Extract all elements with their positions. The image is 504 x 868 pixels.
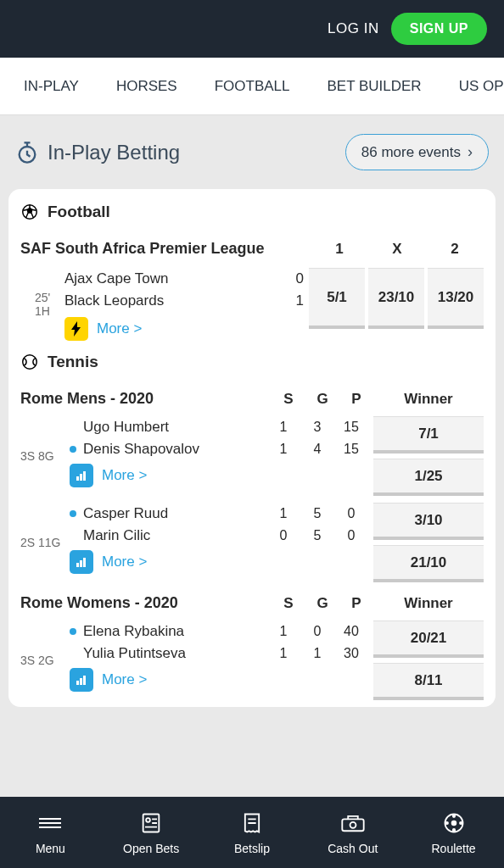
serve-dot-icon	[70, 510, 76, 517]
player-1-0-1: Elena Rybakina 1 0 40	[70, 620, 368, 643]
betslip-icon	[238, 810, 266, 837]
col-p: P	[339, 391, 373, 408]
p2-s: 1	[266, 442, 300, 457]
winner-p2[interactable]: 1/25	[373, 459, 484, 496]
topbar: LOG IN SIGN UP	[0, 0, 504, 58]
player-0-0-2: Denis Shapovalov 1 4 15	[70, 438, 368, 460]
main-tabs: IN-PLAY HORSES FOOTBALL BET BUILDER US O…	[0, 58, 504, 115]
winner-col-1-0: 20/21 8/11	[373, 620, 484, 700]
odds-2[interactable]: 13/20	[428, 268, 484, 329]
svg-rect-15	[342, 819, 363, 831]
team2-name: Black Leopards	[64, 292, 164, 309]
player1-name: Elena Rybakina	[83, 623, 266, 640]
tennis-time-0-1: 2S 11G	[20, 503, 70, 582]
winner-col-0-0: 7/1 1/25	[373, 416, 484, 496]
svg-point-3	[23, 355, 37, 370]
more-link[interactable]: More >	[102, 554, 147, 570]
nav-menu-label: Menu	[36, 842, 65, 855]
football-icon	[20, 203, 39, 221]
team-row-2: Black Leopards 1	[64, 290, 304, 312]
tennis-league-1: Rome Womens - 2020	[20, 594, 272, 612]
football-header: Football	[17, 203, 487, 231]
tab-us-open[interactable]: US OP	[440, 78, 504, 95]
p1-sgp: 1 0 40	[266, 624, 368, 639]
team1-score: 0	[283, 270, 304, 287]
stats-icon[interactable]	[70, 550, 93, 574]
match-time: 25' 1H	[20, 268, 64, 341]
svg-marker-2	[27, 208, 32, 213]
col-p: P	[339, 595, 373, 612]
svg-point-19	[452, 815, 454, 817]
p2-sgp: 0 5 0	[266, 528, 368, 543]
nav-openbets-label: Open Bets	[123, 842, 179, 855]
stats-icon[interactable]	[70, 668, 93, 692]
p1-s: 1	[266, 420, 300, 435]
winner-p1[interactable]: 20/21	[373, 620, 484, 658]
winner-p2[interactable]: 21/10	[373, 545, 484, 582]
serve-dot-icon	[70, 446, 76, 453]
tab-horses[interactable]: HORSES	[98, 78, 196, 95]
svg-rect-12	[83, 676, 86, 685]
players-0-0: Ugo Humbert 1 3 15 Denis Shapovalov 1 4 …	[70, 416, 368, 496]
inplay-card: Football SAF South Africa Premier League…	[8, 189, 496, 707]
more-line: More >	[64, 312, 304, 341]
svg-rect-10	[76, 681, 79, 685]
inplay-title: In-Play Betting	[15, 141, 180, 164]
svg-point-21	[452, 829, 454, 831]
player-1-0-2: Yulia Putintseva 1 1 30	[70, 643, 368, 665]
player-0-1-2: Marin Cilic 0 5 0	[70, 525, 368, 547]
p1-p: 40	[334, 624, 368, 639]
more-link[interactable]: More >	[97, 320, 142, 337]
inplay-title-text: In-Play Betting	[48, 141, 180, 164]
winner-p2[interactable]: 8/11	[373, 663, 484, 700]
p2-g: 5	[300, 528, 334, 543]
p1-sgp: 1 5 0	[266, 506, 368, 521]
tennis-more-0-0: More >	[70, 460, 368, 492]
roulette-icon	[440, 810, 468, 837]
tennis-match-1-0: 3S 2G Elena Rybakina 1 0 40 Yulia Putint…	[17, 617, 487, 704]
winner-col-0-1: 3/10 21/10	[373, 503, 484, 582]
team1-name: Ajax Cape Town	[64, 270, 169, 287]
p1-g: 3	[300, 420, 334, 435]
serve-dot-icon	[70, 628, 76, 635]
odds-1[interactable]: 5/1	[309, 268, 365, 329]
nav-betslip[interactable]: Betslip	[202, 810, 303, 855]
winner-p1[interactable]: 7/1	[373, 416, 484, 453]
tennis-header: Tennis	[17, 346, 487, 381]
col-2: 2	[426, 241, 484, 258]
login-button[interactable]: LOG IN	[328, 20, 379, 37]
p2-s: 1	[266, 646, 300, 661]
tennis-time-0-0: 3S 8G	[20, 416, 70, 496]
more-link[interactable]: More >	[102, 467, 147, 484]
openbets-icon	[137, 810, 165, 837]
more-events-button[interactable]: 86 more events ›	[345, 134, 489, 170]
football-odds: 5/1 23/10 13/20	[309, 268, 484, 341]
p1-p: 0	[334, 506, 368, 521]
player2-name: Marin Cilic	[83, 527, 266, 544]
col-g: G	[305, 595, 339, 612]
player-0-0-1: Ugo Humbert 1 3 15	[70, 416, 368, 438]
p2-p: 30	[334, 646, 368, 661]
odds-x[interactable]: 23/10	[368, 268, 424, 329]
nav-cashout[interactable]: Cash Out	[302, 810, 403, 855]
tennis-title: Tennis	[48, 353, 98, 371]
tab-bet-builder[interactable]: BET BUILDER	[308, 78, 440, 95]
col-s: S	[272, 391, 305, 408]
nav-openbets[interactable]: Open Bets	[101, 810, 202, 855]
col-winner: Winner	[373, 391, 484, 408]
more-link[interactable]: More >	[102, 671, 147, 688]
nav-roulette[interactable]: Roulette	[403, 810, 504, 855]
tennis-league-0: Rome Mens - 2020	[20, 390, 272, 408]
player1-name: Casper Ruud	[83, 505, 266, 522]
stats-icon[interactable]	[70, 464, 93, 487]
svg-rect-7	[76, 563, 79, 567]
bolt-icon[interactable]	[64, 317, 88, 341]
winner-p1[interactable]: 3/10	[373, 503, 484, 540]
svg-rect-6	[83, 471, 86, 481]
col-winner: Winner	[373, 595, 484, 612]
tab-football[interactable]: FOOTBALL	[196, 78, 309, 95]
tennis-more-1-0: More >	[70, 665, 368, 697]
nav-menu[interactable]: Menu	[0, 810, 101, 855]
signup-button[interactable]: SIGN UP	[391, 13, 487, 45]
tab-inplay[interactable]: IN-PLAY	[5, 78, 98, 95]
